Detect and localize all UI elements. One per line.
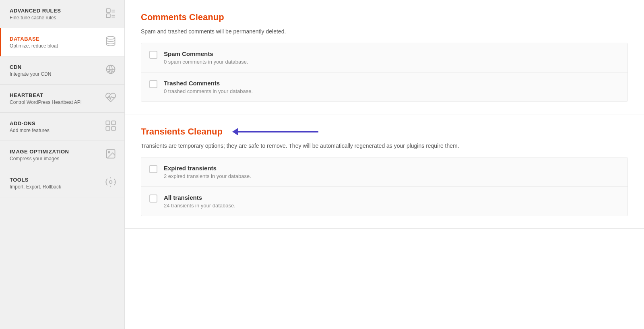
trashed-comments-checkbox[interactable] [149, 80, 157, 88]
sidebar-item-title: ADVANCED RULES [10, 8, 61, 14]
svg-point-6 [107, 36, 115, 39]
sidebar-item-title: DATABASE [10, 36, 58, 42]
transients-checkbox-group: Expired transients 2 expired transients … [141, 157, 628, 216]
sidebar-item-subtitle: Compress your images [10, 156, 69, 161]
tools-icon [105, 176, 116, 190]
main-content: Comments Cleanup Spam and trashed commen… [125, 0, 644, 329]
spam-comments-item: Spam Comments 0 spam comments in your da… [141, 43, 627, 72]
sidebar-item-subtitle: Control WordPress Heartbeat API [10, 99, 82, 105]
sidebar-item-advanced-rules[interactable]: ADVANCED RULES Fine-tune cache rules [0, 0, 124, 28]
expired-transients-item: Expired transients 2 expired transients … [141, 157, 627, 187]
sidebar-item-subtitle: Add more features [10, 128, 50, 133]
comments-checkbox-group: Spam Comments 0 spam comments in your da… [141, 43, 628, 102]
addons-icon [105, 120, 116, 133]
expired-transients-sublabel: 2 expired transients in your database. [164, 173, 251, 179]
sidebar-item-tools[interactable]: TOOLS Import, Export, Rollback [0, 169, 124, 197]
rules-icon [105, 7, 116, 21]
transients-cleanup-description: Transients are temporary options; they a… [141, 143, 628, 149]
arrow-line [238, 131, 318, 132]
sidebar: ADVANCED RULES Fine-tune cache rules DAT… [0, 0, 125, 329]
transients-cleanup-title: Transients Cleanup [141, 126, 223, 137]
spam-comments-label: Spam Comments [164, 50, 248, 57]
sidebar-item-subtitle: Integrate your CDN [10, 71, 51, 77]
heartbeat-icon [105, 92, 116, 105]
comments-cleanup-title: Comments Cleanup [141, 12, 628, 23]
sidebar-item-subtitle: Fine-tune cache rules [10, 15, 61, 21]
transients-cleanup-section: Transients Cleanup Transients are tempor… [125, 114, 644, 229]
trashed-comments-sublabel: 0 trashed comments in your database. [164, 88, 253, 94]
sidebar-item-database[interactable]: DATABASE Optimize, reduce bloat [0, 28, 124, 56]
sidebar-item-title: IMAGE OPTIMIZATION [10, 149, 69, 155]
svg-rect-9 [106, 121, 109, 124]
all-transients-checkbox[interactable] [149, 195, 157, 203]
all-transients-item: All transients 24 transients in your dat… [141, 187, 627, 216]
svg-rect-12 [111, 126, 115, 130]
sidebar-item-title: ADD-ONS [10, 120, 50, 126]
sidebar-item-image-optimization[interactable]: IMAGE OPTIMIZATION Compress your images [0, 141, 124, 169]
sidebar-item-title: TOOLS [10, 177, 61, 183]
expired-transients-label: Expired transients [164, 165, 251, 172]
sidebar-item-subtitle: Optimize, reduce bloat [10, 43, 58, 49]
svg-rect-3 [107, 14, 110, 17]
svg-point-14 [108, 151, 110, 153]
arrow-annotation [232, 128, 318, 135]
spam-comments-sublabel: 0 spam comments in your database. [164, 59, 248, 65]
cdn-icon [105, 64, 116, 77]
svg-rect-10 [111, 121, 115, 124]
all-transients-label: All transients [164, 194, 235, 201]
arrow-head [232, 128, 238, 135]
spam-comments-checkbox[interactable] [149, 51, 157, 59]
all-transients-sublabel: 24 transients in your database. [164, 203, 235, 209]
comments-cleanup-description: Spam and trashed comments will be perman… [141, 28, 628, 35]
database-icon [105, 35, 116, 49]
comments-cleanup-section: Comments Cleanup Spam and trashed commen… [125, 0, 644, 114]
sidebar-item-cdn[interactable]: CDN Integrate your CDN [0, 56, 124, 85]
trashed-comments-label: Trashed Comments [164, 80, 253, 87]
transients-header: Transients Cleanup [141, 126, 628, 137]
sidebar-item-title: CDN [10, 64, 51, 70]
svg-rect-11 [106, 126, 109, 130]
trashed-comments-item: Trashed Comments 0 trashed comments in y… [141, 72, 627, 101]
image-icon [105, 148, 116, 161]
svg-point-15 [109, 181, 112, 184]
sidebar-item-subtitle: Import, Export, Rollback [10, 184, 61, 190]
sidebar-item-title: HEARTBEAT [10, 92, 82, 98]
expired-transients-checkbox[interactable] [149, 165, 157, 173]
sidebar-item-heartbeat[interactable]: HEARTBEAT Control WordPress Heartbeat AP… [0, 85, 124, 113]
sidebar-item-addons[interactable]: ADD-ONS Add more features [0, 113, 124, 141]
svg-rect-0 [107, 9, 110, 12]
